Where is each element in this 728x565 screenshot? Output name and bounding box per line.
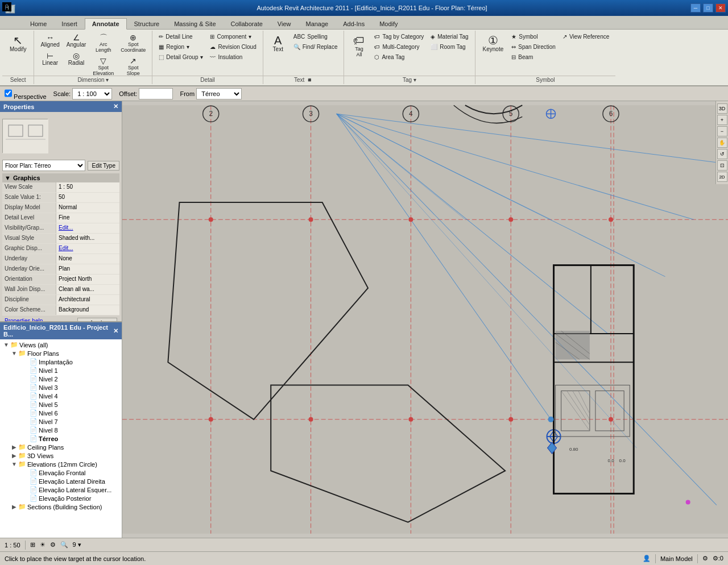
- tag-all-button[interactable]: 🏷 TagAll: [348, 32, 370, 60]
- perspective-checkbox[interactable]: [5, 88, 12, 99]
- tab-view[interactable]: View: [270, 18, 299, 29]
- browser-content[interactable]: ▼ 📁 Views (all) ▼ 📁 Floor Plans 📄 Implan…: [0, 339, 122, 538]
- tree-terreo[interactable]: 📄 Térreo: [1, 434, 121, 443]
- tree-nivel1[interactable]: 📄 Nivel 1: [1, 366, 121, 375]
- scale-select[interactable]: 1 : 100: [72, 88, 112, 99]
- beam-button[interactable]: ⊟ Beam: [508, 52, 559, 62]
- component-button[interactable]: ⊞ Component ▾: [207, 32, 259, 41]
- keynote-button[interactable]: ① Keynote: [479, 32, 508, 55]
- tree-sections[interactable]: ▶ 📁 Sections (Building Section): [1, 502, 121, 511]
- apply-button[interactable]: Apply: [77, 318, 117, 321]
- tree-elevations[interactable]: ▼ 📁 Elevations (12mm Circle): [1, 460, 121, 468]
- tree-nivel4[interactable]: 📄 Nivel 4: [1, 392, 121, 400]
- tree-views-all[interactable]: ▼ 📁 Views (all): [1, 340, 121, 349]
- tree-nivel5[interactable]: 📄 Nivel 5: [1, 400, 121, 409]
- view-reference-button[interactable]: ↗ View Reference: [560, 32, 612, 41]
- text-button[interactable]: A Text: [267, 32, 289, 55]
- radial-icon: ◎: [73, 52, 80, 60]
- span-direction-button[interactable]: ⇔ Span Direction: [508, 42, 559, 52]
- orbit-button[interactable]: ↺: [717, 149, 727, 159]
- detail-group-button[interactable]: ⬚ Detail Group ▾: [156, 52, 206, 62]
- zoom-fit-button[interactable]: ⊡: [717, 160, 727, 171]
- area-tag-button[interactable]: ⬡ Area Tag: [371, 52, 427, 62]
- offset-input[interactable]: 1.7500: [139, 88, 173, 99]
- spot-coordinate-button[interactable]: ⊕ SpotCoordinate: [118, 32, 148, 55]
- tree-nivel7[interactable]: 📄 Nivel 7: [1, 417, 121, 426]
- linear-button[interactable]: ⊢ Linear: [38, 50, 62, 68]
- find-replace-button[interactable]: 🔍 Find/ Replace: [291, 42, 341, 52]
- floor-plan-type-select[interactable]: Floor Plan: Térreo: [2, 160, 85, 171]
- detail-line-button[interactable]: ✏ Detail Line: [156, 32, 206, 41]
- tree-nivel8[interactable]: 📄 Nivel 8: [1, 426, 121, 434]
- minimize-button[interactable]: ─: [690, 3, 701, 13]
- spot-elevation-button[interactable]: ▽ SpotElevation: [90, 55, 117, 78]
- span-direction-icon: ⇔: [511, 44, 516, 50]
- close-button[interactable]: ✕: [715, 3, 726, 13]
- tab-home[interactable]: Home: [23, 18, 54, 29]
- view-3d-button[interactable]: 3D: [717, 103, 727, 114]
- tree-elev-lateral-dir[interactable]: 📄 Elevação Lateral Direita: [1, 477, 121, 485]
- angular-button[interactable]: ∠ Angular: [64, 32, 89, 49]
- graphics-section-header[interactable]: ▼ Graphics: [2, 173, 119, 182]
- tab-addins[interactable]: Add-Ins: [336, 18, 372, 29]
- maximize-button[interactable]: □: [703, 3, 713, 13]
- expand-floor-plans[interactable]: ▼: [10, 350, 18, 356]
- tree-3d-views[interactable]: ▶ 📁 3D Views: [1, 451, 121, 460]
- zoom-out-button[interactable]: −: [717, 126, 727, 136]
- detail-line-icon: ✏: [159, 34, 163, 40]
- underlay-row: Underlay None: [2, 254, 119, 264]
- pan-button[interactable]: ✋: [717, 138, 727, 148]
- app-menu-button[interactable]: 🅰: [2, 2, 11, 13]
- tab-insert[interactable]: Insert: [54, 18, 85, 29]
- expand-sections[interactable]: ▶: [10, 504, 18, 510]
- edit-type-button[interactable]: Edit Type: [88, 161, 119, 171]
- tab-annotate[interactable]: Annotate: [85, 18, 127, 30]
- tab-collaborate[interactable]: Collaborate: [224, 18, 270, 29]
- 2d-button[interactable]: 2D: [717, 172, 727, 182]
- tree-nivel3[interactable]: 📄 Nivel 3: [1, 383, 121, 392]
- properties-close-icon[interactable]: ✕: [113, 103, 118, 110]
- material-tag-button[interactable]: ◈ Material Tag: [428, 32, 471, 41]
- insulation-button[interactable]: 〰 Insulation: [207, 52, 259, 62]
- tab-modify[interactable]: Modify: [372, 18, 405, 29]
- tree-nivel2[interactable]: 📄 Nivel 2: [1, 375, 121, 383]
- revision-cloud-button[interactable]: ☁ Revision Cloud: [207, 42, 259, 52]
- multi-category-button[interactable]: 🏷 Multi-Category: [371, 42, 427, 52]
- arc-length-icon: ⌒: [100, 34, 107, 41]
- apply-row: Properties help Apply: [2, 315, 119, 321]
- arc-length-button[interactable]: ⌒ ArcLength: [90, 32, 117, 55]
- zoom-in-button[interactable]: +: [717, 115, 727, 125]
- radial-button[interactable]: ◎ Radial: [64, 50, 89, 68]
- expand-3d-views[interactable]: ▶: [10, 452, 18, 459]
- tab-manage[interactable]: Manage: [298, 18, 336, 29]
- modify-button[interactable]: ↖ Modify: [6, 32, 30, 55]
- svg-point-67: [408, 417, 413, 422]
- expand-views-all[interactable]: ▼: [2, 342, 10, 348]
- expand-ceiling-plans[interactable]: ▶: [10, 444, 18, 450]
- canvas-area[interactable]: 2 3 4 5 6: [122, 101, 728, 538]
- tag-by-category-button[interactable]: 🏷 Tag by Category: [371, 32, 427, 41]
- from-select[interactable]: Térreo: [196, 88, 242, 99]
- spelling-button[interactable]: ABC Spelling: [291, 32, 341, 41]
- properties-content[interactable]: Floor Plan: Térreo Edit Type ▼ Graphics …: [0, 112, 122, 321]
- tree-elev-frontal[interactable]: 📄 Elevação Frontal: [1, 468, 121, 477]
- tree-ceiling-plans[interactable]: ▶ 📁 Ceiling Plans: [1, 443, 121, 451]
- tree-elev-posterior[interactable]: 📄 Elevação Posterior: [1, 494, 121, 502]
- symbol-icon: ★: [511, 34, 516, 40]
- expand-elevations[interactable]: ▼: [10, 461, 18, 467]
- aligned-button[interactable]: ↔ Aligned: [38, 32, 62, 49]
- tab-structure[interactable]: Structure: [127, 18, 167, 29]
- tree-elev-lateral-esq[interactable]: 📄 Elevação Lateral Esquer...: [1, 485, 121, 494]
- region-button[interactable]: ▦ Region ▾: [156, 42, 206, 52]
- svg-text:0.0: 0.0: [619, 458, 626, 463]
- svg-text:0.80: 0.80: [569, 447, 578, 452]
- properties-help-link[interactable]: Properties help: [5, 318, 43, 321]
- tree-implantacao[interactable]: 📄 Implantação: [1, 358, 121, 366]
- tree-nivel6[interactable]: 📄 Nivel 6: [1, 409, 121, 417]
- symbol-button[interactable]: ★ Symbol: [508, 32, 559, 41]
- room-tag-button[interactable]: ⬜ Room Tag: [428, 42, 471, 52]
- tree-floor-plans[interactable]: ▼ 📁 Floor Plans: [1, 349, 121, 358]
- spot-slope-button[interactable]: ↗ SpotSlope: [118, 55, 148, 78]
- tab-massing[interactable]: Massing & Site: [167, 18, 223, 29]
- browser-close-icon[interactable]: ✕: [113, 327, 118, 335]
